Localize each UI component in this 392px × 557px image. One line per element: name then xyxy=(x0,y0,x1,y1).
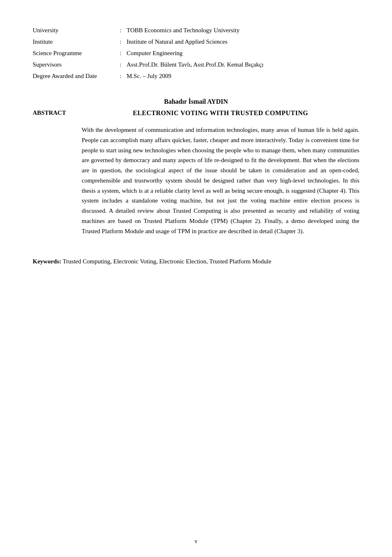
metadata-colon: : xyxy=(114,36,127,47)
metadata-colon: : xyxy=(114,47,127,59)
keywords-text: Trusted Computing, Electronic Voting, El… xyxy=(62,258,271,265)
metadata-colon: : xyxy=(114,70,127,82)
metadata-label: Supervisors xyxy=(33,59,114,70)
abstract-body: With the development of communication an… xyxy=(82,125,359,236)
metadata-label: Institute xyxy=(33,36,114,47)
metadata-value: M.Sc. – July 2009 xyxy=(127,70,359,82)
author-text: Bahadır İsmail AYDIN xyxy=(164,98,228,105)
keywords-section: Keywords: Trusted Computing, Electronic … xyxy=(33,256,359,267)
title-and-body: ELECTRONIC VOTING WITH TRUSTED COMPUTING… xyxy=(82,109,359,236)
metadata-label: Degree Awarded and Date xyxy=(33,70,114,82)
metadata-value: TOBB Economics and Technology University xyxy=(127,25,359,36)
thesis-title: ELECTRONIC VOTING WITH TRUSTED COMPUTING xyxy=(82,109,359,117)
metadata-label: Science Programme xyxy=(33,47,114,59)
metadata-row: University:TOBB Economics and Technology… xyxy=(33,25,359,36)
metadata-row: Degree Awarded and Date:M.Sc. – July 200… xyxy=(33,70,359,82)
page: University:TOBB Economics and Technology… xyxy=(0,0,392,557)
abstract-container: ABSTRACT ELECTRONIC VOTING WITH TRUSTED … xyxy=(33,109,359,236)
metadata-value: Asst.Prof.Dr. Bülent Tavlı, Asst.Prof.Dr… xyxy=(127,59,359,70)
author-name: Bahadır İsmail AYDIN xyxy=(33,98,359,105)
keywords-label: Keywords: xyxy=(33,258,61,265)
abstract-label: ABSTRACT xyxy=(33,109,82,116)
metadata-value: Computer Engineering xyxy=(127,47,359,59)
abstract-text: With the development of communication an… xyxy=(82,125,359,236)
metadata-label: University xyxy=(33,25,114,36)
metadata-colon: : xyxy=(114,59,127,70)
metadata-row: Science Programme:Computer Engineering xyxy=(33,47,359,59)
metadata-colon: : xyxy=(114,25,127,36)
metadata-table: University:TOBB Economics and Technology… xyxy=(33,25,359,82)
metadata-value: Institute of Natural and Applied Science… xyxy=(127,36,359,47)
metadata-row: Supervisors:Asst.Prof.Dr. Bülent Tavlı, … xyxy=(33,59,359,70)
page-number: v xyxy=(0,538,392,545)
metadata-row: Institute:Institute of Natural and Appli… xyxy=(33,36,359,47)
